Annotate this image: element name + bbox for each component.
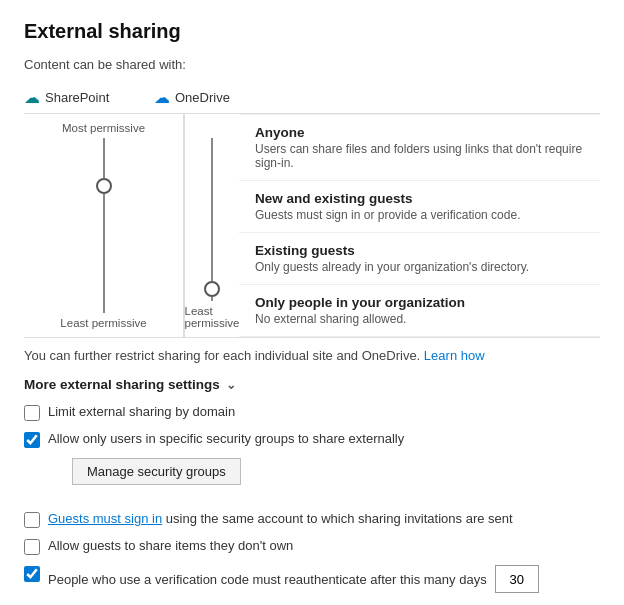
more-settings-header[interactable]: More external sharing settings ⌄	[24, 377, 600, 392]
option-anyone: Anyone Users can share files and folders…	[239, 114, 600, 181]
sp-bot-label: Least permissive	[60, 317, 146, 329]
limit-domain-checkbox[interactable]	[24, 405, 40, 421]
guests-sign-in-link[interactable]: Guests must sign in	[48, 511, 162, 526]
sharepoint-icon: ☁	[24, 88, 40, 107]
manage-security-groups-button[interactable]: Manage security groups	[72, 458, 241, 485]
chevron-down-icon: ⌄	[226, 378, 236, 392]
od-bot-label: Least permissive	[185, 305, 240, 329]
option-new-existing-guests: New and existing guests Guests must sign…	[239, 181, 600, 233]
sign-in-same-checkbox[interactable]	[24, 512, 40, 528]
onedrive-slider-thumb[interactable]	[204, 281, 220, 297]
info-text: You can further restrict sharing for eac…	[24, 348, 600, 363]
sharepoint-slider-thumb[interactable]	[96, 178, 112, 194]
reauth-label[interactable]: People who use a verification code must …	[48, 572, 487, 587]
share-items-checkbox[interactable]	[24, 539, 40, 555]
checkbox-security-groups: Allow only users in specific security gr…	[24, 431, 600, 448]
onedrive-label: ☁ OneDrive	[154, 82, 284, 113]
onedrive-icon: ☁	[154, 88, 170, 107]
checkbox-sign-in-same: Guests must sign in using the same accou…	[24, 511, 600, 528]
sharing-options-list: Anyone Users can share files and folders…	[239, 114, 600, 337]
sign-in-suffix: using the same account to which sharing …	[166, 511, 513, 526]
page-title: External sharing	[24, 20, 600, 43]
checkbox-share-items: Allow guests to share items they don't o…	[24, 538, 600, 555]
learn-how-link[interactable]: Learn how	[424, 348, 485, 363]
option-org-only: Only people in your organization No exte…	[239, 285, 600, 337]
sharepoint-label: ☁ SharePoint	[24, 82, 154, 113]
sp-top-label: Most permissive	[62, 122, 145, 134]
reauth-days-input[interactable]	[495, 565, 539, 593]
checkbox-reauth: People who use a verification code must …	[24, 565, 600, 593]
security-groups-checkbox[interactable]	[24, 432, 40, 448]
option-existing-guests: Existing guests Only guests already in y…	[239, 233, 600, 285]
security-groups-label[interactable]: Allow only users in specific security gr…	[48, 431, 404, 446]
reauth-row: People who use a verification code must …	[48, 565, 539, 593]
sign-in-same-label[interactable]: Guests must sign in using the same accou…	[48, 511, 513, 526]
share-items-label[interactable]: Allow guests to share items they don't o…	[48, 538, 293, 553]
section-label: Content can be shared with:	[24, 57, 600, 72]
limit-domain-label[interactable]: Limit external sharing by domain	[48, 404, 235, 419]
reauth-checkbox[interactable]	[24, 566, 40, 582]
checkbox-limit-domain: Limit external sharing by domain	[24, 404, 600, 421]
